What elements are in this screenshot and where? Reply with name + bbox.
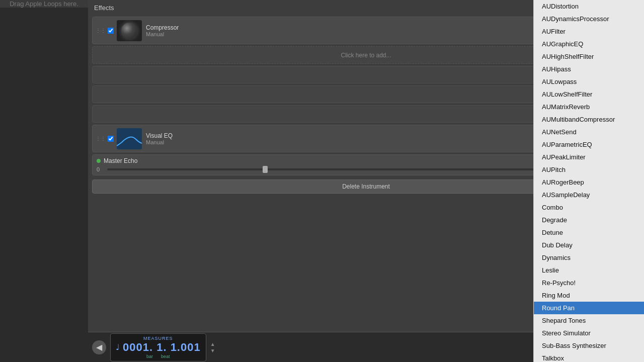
compressor-knob — [120, 22, 138, 40]
grip-icon: ⋮⋮ — [96, 28, 106, 33]
bar-label: bar — [146, 354, 153, 359]
dropdown-item-Combo[interactable]: Combo — [534, 201, 644, 214]
measures-icons-row: ♩ 0001. 1. 1.001 — [116, 341, 201, 354]
delete-instrument-label: Delete Instrument — [342, 183, 390, 190]
dropdown-item-Talkbox[interactable]: Talkbox — [534, 352, 644, 362]
app-container: Drag Apple Loops here. Effects ⋮⋮ Compre… — [0, 0, 644, 362]
dropdown-item-Sub-BassSynthesizer[interactable]: Sub-Bass Synthesizer — [534, 339, 644, 352]
dropdown-item-AURogerBeep[interactable]: AURogerBeep — [534, 176, 644, 189]
dropdown-item-RingMod[interactable]: Ring Mod — [534, 289, 644, 302]
dropdown-item-AUHighShelfFilter[interactable]: AUHighShelfFilter — [534, 50, 644, 63]
scroll-down-arrow[interactable]: ▼ — [210, 348, 215, 353]
dropdown-item-AUDynamicsProcessor[interactable]: AUDynamicsProcessor — [534, 13, 644, 25]
measures-counter: 0001. 1. 1.001 — [123, 341, 201, 354]
dropdown-item-AUPitch[interactable]: AUPitch — [534, 163, 644, 176]
dropdown-item-AUGraphicEQ[interactable]: AUGraphicEQ — [534, 38, 644, 50]
effects-dropdown[interactable]: AUDistortionAUDynamicsProcessorAUFilterA… — [533, 0, 644, 362]
dropdown-item-AULowpass[interactable]: AULowpass — [534, 75, 644, 88]
effect-enable-visual-eq[interactable] — [108, 136, 114, 142]
back-icon: ◀ — [96, 342, 102, 352]
grip-icon-eq: ⋮⋮ — [96, 136, 106, 141]
dropdown-item-AUSampleDelay[interactable]: AUSampleDelay — [534, 189, 644, 201]
dropdown-item-Dynamics[interactable]: Dynamics — [534, 251, 644, 264]
slider-thumb[interactable] — [263, 166, 268, 173]
left-panel: Drag Apple Loops here. — [0, 0, 88, 362]
dropdown-item-RoundPan[interactable]: Round Pan — [534, 302, 644, 314]
measures-display: MEASURES ♩ 0001. 1. 1.001 bar beat — [110, 333, 206, 361]
scroll-up-arrow[interactable]: ▲ — [210, 341, 215, 347]
dropdown-item-Leslie[interactable]: Leslie — [534, 264, 644, 277]
dropdown-item-AUNetSend[interactable]: AUNetSend — [534, 126, 644, 138]
effect-enable-compressor[interactable] — [108, 28, 114, 34]
master-echo-name: Master Echo — [104, 157, 137, 164]
measures-label: MEASURES — [143, 336, 173, 341]
master-echo-led — [97, 159, 101, 163]
dropdown-item-ShepardTones[interactable]: Shepard Tones — [534, 314, 644, 327]
dropdown-item-AUMatrixReverb[interactable]: AUMatrixReverb — [534, 101, 644, 113]
metronome-icon: ♩ — [116, 342, 120, 352]
back-button[interactable]: ◀ — [92, 340, 106, 354]
dropdown-item-AULowShelfFilter[interactable]: AULowShelfFilter — [534, 88, 644, 101]
dropdown-item-Detune[interactable]: Detune — [534, 226, 644, 239]
dropdown-item-AUParametricEQ[interactable]: AUParametricEQ — [534, 138, 644, 151]
measures-sub-labels: bar beat — [146, 354, 170, 359]
click-to-add-text: Click here to add... — [341, 52, 391, 59]
dropdown-item-Degrade[interactable]: Degrade — [534, 214, 644, 226]
master-echo-min: 0 — [97, 166, 104, 172]
transport-scroll-arrows[interactable]: ▲ ▼ — [210, 341, 215, 353]
dropdown-item-AUPeakLimiter[interactable]: AUPeakLimiter — [534, 151, 644, 163]
dropdown-item-AUFilter[interactable]: AUFilter — [534, 25, 644, 38]
compressor-thumb — [117, 20, 142, 41]
visual-eq-thumb — [117, 128, 142, 149]
dropdown-item-AUDistortion[interactable]: AUDistortion — [534, 0, 644, 13]
dropdown-item-DubDelay[interactable]: Dub Delay — [534, 239, 644, 251]
dropdown-item-AUHipass[interactable]: AUHipass — [534, 63, 644, 75]
dropdown-item-Re-Psycho[interactable]: Re-Psycho! — [534, 277, 644, 289]
beat-label: beat — [161, 354, 170, 359]
dropdown-item-AUMultibandCompressor[interactable]: AUMultibandCompressor — [534, 113, 644, 126]
loop-hint-text: Drag Apple Loops here. — [10, 0, 78, 8]
loop-hint-area: Drag Apple Loops here. — [0, 0, 88, 8]
dropdown-item-StereoSimulator[interactable]: Stereo Simulator — [534, 327, 644, 339]
